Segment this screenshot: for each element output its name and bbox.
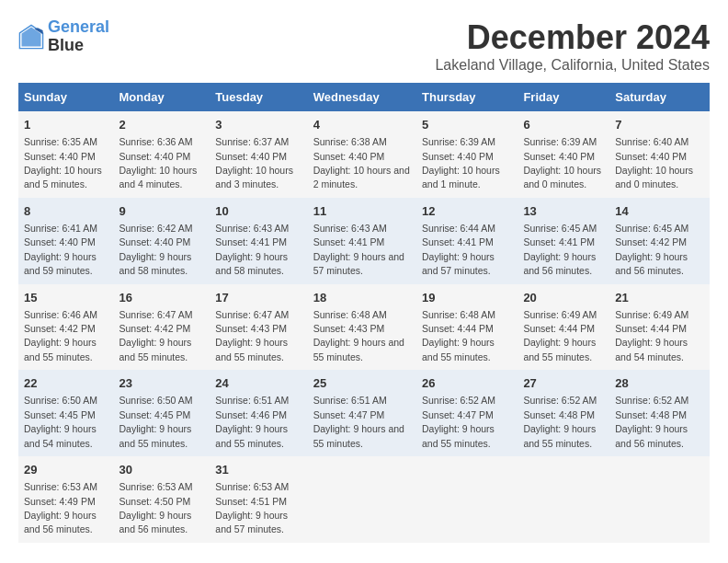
- calendar-week-5: 29 Sunrise: 6:53 AMSunset: 4:49 PMDaylig…: [18, 456, 710, 543]
- day-number: 3: [215, 117, 301, 133]
- sunrise-info: Sunrise: 6:51 AMSunset: 4:46 PMDaylight:…: [215, 395, 289, 448]
- calendar-cell: 29 Sunrise: 6:53 AMSunset: 4:49 PMDaylig…: [18, 456, 114, 543]
- day-number: 9: [119, 203, 205, 220]
- sunrise-info: Sunrise: 6:42 AMSunset: 4:40 PMDaylight:…: [119, 223, 193, 276]
- sunrise-info: Sunrise: 6:52 AMSunset: 4:48 PMDaylight:…: [523, 395, 597, 448]
- calendar-cell: 8 Sunrise: 6:41 AMSunset: 4:40 PMDayligh…: [18, 198, 114, 284]
- calendar-cell: 17 Sunrise: 6:47 AMSunset: 4:43 PMDaylig…: [210, 284, 307, 371]
- sunrise-info: Sunrise: 6:39 AMSunset: 4:40 PMDaylight:…: [422, 136, 500, 190]
- day-number: 2: [119, 117, 205, 133]
- calendar-week-3: 15 Sunrise: 6:46 AMSunset: 4:42 PMDaylig…: [18, 284, 710, 371]
- day-number: 23: [119, 375, 205, 392]
- calendar-week-1: 1 Sunrise: 6:35 AMSunset: 4:40 PMDayligh…: [18, 111, 710, 198]
- column-header-wednesday: Wednesday: [308, 83, 416, 111]
- calendar-cell: [609, 456, 710, 543]
- column-header-friday: Friday: [518, 83, 609, 111]
- calendar-cell: 12 Sunrise: 6:44 AMSunset: 4:41 PMDaylig…: [416, 198, 518, 284]
- calendar-cell: 15 Sunrise: 6:46 AMSunset: 4:42 PMDaylig…: [18, 284, 114, 371]
- day-number: 12: [422, 203, 512, 220]
- sunrise-info: Sunrise: 6:38 AMSunset: 4:40 PMDaylight:…: [313, 136, 410, 190]
- day-number: 22: [24, 375, 108, 392]
- sunrise-info: Sunrise: 6:48 AMSunset: 4:44 PMDaylight:…: [422, 309, 495, 362]
- calendar-cell: 7 Sunrise: 6:40 AMSunset: 4:40 PMDayligh…: [609, 111, 710, 198]
- sunrise-info: Sunrise: 6:52 AMSunset: 4:48 PMDaylight:…: [615, 395, 688, 448]
- calendar-cell: 19 Sunrise: 6:48 AMSunset: 4:44 PMDaylig…: [416, 284, 518, 371]
- day-number: 17: [215, 290, 301, 306]
- logo-icon: [18, 24, 44, 50]
- calendar-cell: 11 Sunrise: 6:43 AMSunset: 4:41 PMDaylig…: [308, 198, 416, 284]
- sunrise-info: Sunrise: 6:43 AMSunset: 4:41 PMDaylight:…: [313, 223, 404, 276]
- calendar-cell: 16 Sunrise: 6:47 AMSunset: 4:42 PMDaylig…: [114, 284, 210, 371]
- sunrise-info: Sunrise: 6:48 AMSunset: 4:43 PMDaylight:…: [313, 309, 404, 362]
- day-number: 16: [119, 290, 205, 306]
- logo-text: General Blue: [48, 18, 109, 55]
- sunrise-info: Sunrise: 6:53 AMSunset: 4:50 PMDaylight:…: [119, 481, 193, 534]
- day-number: 10: [215, 203, 301, 220]
- calendar-cell: 4 Sunrise: 6:38 AMSunset: 4:40 PMDayligh…: [308, 111, 416, 198]
- calendar-cell: [416, 456, 518, 543]
- calendar-cell: 3 Sunrise: 6:37 AMSunset: 4:40 PMDayligh…: [210, 111, 307, 198]
- calendar-cell: 24 Sunrise: 6:51 AMSunset: 4:46 PMDaylig…: [210, 370, 307, 456]
- day-number: 11: [313, 203, 411, 220]
- sunrise-info: Sunrise: 6:53 AMSunset: 4:51 PMDaylight:…: [215, 481, 289, 534]
- day-number: 25: [313, 375, 411, 392]
- sunrise-info: Sunrise: 6:39 AMSunset: 4:40 PMDaylight:…: [523, 136, 601, 190]
- sunrise-info: Sunrise: 6:47 AMSunset: 4:42 PMDaylight:…: [119, 309, 193, 362]
- sunrise-info: Sunrise: 6:40 AMSunset: 4:40 PMDaylight:…: [615, 136, 693, 190]
- sunrise-info: Sunrise: 6:36 AMSunset: 4:40 PMDaylight:…: [119, 136, 198, 190]
- calendar-cell: 2 Sunrise: 6:36 AMSunset: 4:40 PMDayligh…: [114, 111, 210, 198]
- day-number: 29: [24, 462, 108, 478]
- sunrise-info: Sunrise: 6:53 AMSunset: 4:49 PMDaylight:…: [24, 481, 97, 534]
- calendar-cell: 6 Sunrise: 6:39 AMSunset: 4:40 PMDayligh…: [518, 111, 609, 198]
- calendar-cell: 28 Sunrise: 6:52 AMSunset: 4:48 PMDaylig…: [609, 370, 710, 456]
- day-number: 30: [119, 462, 205, 478]
- calendar-cell: 10 Sunrise: 6:43 AMSunset: 4:41 PMDaylig…: [210, 198, 307, 284]
- calendar-cell: 18 Sunrise: 6:48 AMSunset: 4:43 PMDaylig…: [308, 284, 416, 371]
- sunrise-info: Sunrise: 6:43 AMSunset: 4:41 PMDaylight:…: [215, 223, 289, 276]
- column-header-sunday: Sunday: [18, 83, 114, 111]
- sunrise-info: Sunrise: 6:45 AMSunset: 4:41 PMDaylight:…: [523, 223, 597, 276]
- day-number: 18: [313, 290, 411, 306]
- calendar-cell: 25 Sunrise: 6:51 AMSunset: 4:47 PMDaylig…: [308, 370, 416, 456]
- calendar-table: SundayMondayTuesdayWednesdayThursdayFrid…: [18, 83, 710, 543]
- day-number: 14: [615, 203, 704, 220]
- sunrise-info: Sunrise: 6:44 AMSunset: 4:41 PMDaylight:…: [422, 223, 495, 276]
- calendar-header-row: SundayMondayTuesdayWednesdayThursdayFrid…: [18, 83, 710, 111]
- calendar-week-2: 8 Sunrise: 6:41 AMSunset: 4:40 PMDayligh…: [18, 198, 710, 284]
- day-number: 8: [24, 203, 108, 220]
- sunrise-info: Sunrise: 6:49 AMSunset: 4:44 PMDaylight:…: [523, 309, 597, 362]
- sunrise-info: Sunrise: 6:41 AMSunset: 4:40 PMDaylight:…: [24, 223, 97, 276]
- calendar-cell: 13 Sunrise: 6:45 AMSunset: 4:41 PMDaylig…: [518, 198, 609, 284]
- sunrise-info: Sunrise: 6:45 AMSunset: 4:42 PMDaylight:…: [615, 223, 688, 276]
- sunrise-info: Sunrise: 6:50 AMSunset: 4:45 PMDaylight:…: [119, 395, 193, 448]
- calendar-cell: 26 Sunrise: 6:52 AMSunset: 4:47 PMDaylig…: [416, 370, 518, 456]
- column-header-monday: Monday: [114, 83, 210, 111]
- day-number: 4: [313, 117, 411, 133]
- calendar-cell: 5 Sunrise: 6:39 AMSunset: 4:40 PMDayligh…: [416, 111, 518, 198]
- calendar-week-4: 22 Sunrise: 6:50 AMSunset: 4:45 PMDaylig…: [18, 370, 710, 456]
- sunrise-info: Sunrise: 6:52 AMSunset: 4:47 PMDaylight:…: [422, 395, 495, 448]
- day-number: 31: [215, 462, 301, 478]
- page-title: December 2024: [435, 18, 710, 57]
- day-number: 26: [422, 375, 512, 392]
- day-number: 27: [523, 375, 604, 392]
- page-subtitle: Lakeland Village, California, United Sta…: [435, 57, 710, 74]
- calendar-cell: 20 Sunrise: 6:49 AMSunset: 4:44 PMDaylig…: [518, 284, 609, 371]
- calendar-cell: [518, 456, 609, 543]
- day-number: 19: [422, 290, 512, 306]
- sunrise-info: Sunrise: 6:47 AMSunset: 4:43 PMDaylight:…: [215, 309, 289, 362]
- calendar-cell: 30 Sunrise: 6:53 AMSunset: 4:50 PMDaylig…: [114, 456, 210, 543]
- title-section: December 2024 Lakeland Village, Californ…: [435, 18, 710, 74]
- day-number: 1: [24, 117, 108, 133]
- day-number: 20: [523, 290, 604, 306]
- column-header-tuesday: Tuesday: [210, 83, 307, 111]
- sunrise-info: Sunrise: 6:35 AMSunset: 4:40 PMDaylight:…: [24, 136, 102, 190]
- day-number: 21: [615, 290, 704, 306]
- calendar-cell: 22 Sunrise: 6:50 AMSunset: 4:45 PMDaylig…: [18, 370, 114, 456]
- logo: General Blue: [18, 18, 109, 55]
- column-header-thursday: Thursday: [416, 83, 518, 111]
- day-number: 7: [615, 117, 704, 133]
- calendar-cell: 9 Sunrise: 6:42 AMSunset: 4:40 PMDayligh…: [114, 198, 210, 284]
- day-number: 6: [523, 117, 604, 133]
- day-number: 5: [422, 117, 512, 133]
